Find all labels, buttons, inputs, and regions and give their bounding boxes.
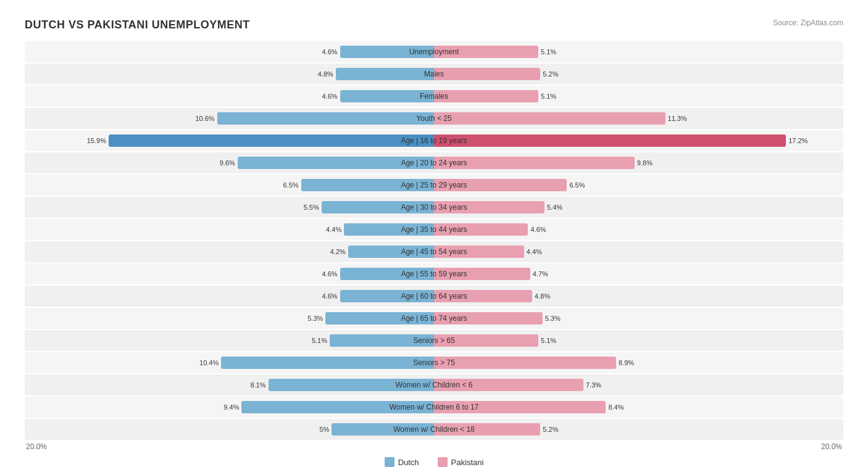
dutch-value: 6.5%: [283, 181, 298, 189]
dutch-bar: [340, 90, 434, 102]
pakistani-value: 4.4%: [527, 248, 542, 255]
pakistani-bar: [434, 201, 545, 213]
pakistani-bar: [434, 423, 540, 436]
dutch-value: 9.6%: [220, 159, 235, 167]
legend: Dutch Pakistani: [25, 457, 843, 467]
dutch-value: 5.3%: [307, 315, 323, 322]
pakistani-bar: [434, 223, 528, 236]
chart-area: 4.6%5.1%Unemployment4.8%5.2%Males4.6%5.1…: [25, 41, 843, 440]
bar-row: 9.4%8.4%Women w/ Children 6 to 17: [25, 397, 843, 418]
legend-dutch: Dutch: [385, 457, 419, 467]
pakistani-value: 4.8%: [535, 292, 550, 300]
bar-row: 5.5%5.4%Age | 30 to 34 years: [25, 197, 843, 218]
pakistani-bar: [434, 112, 666, 125]
bar-row: 6.5%6.5%Age | 25 to 29 years: [25, 175, 843, 196]
bar-row: 4.8%5.2%Males: [25, 64, 843, 85]
dutch-value: 4.6%: [322, 93, 337, 100]
dutch-value: 4.8%: [318, 70, 333, 78]
bar-row: 5%5.2%Women w/ Children < 18: [25, 419, 843, 440]
chart-container: DUTCH VS PAKISTANI UNEMPLOYMENT Source: …: [12, 12, 856, 467]
pakistani-value: 9.8%: [637, 159, 653, 167]
dutch-bar: [301, 179, 434, 191]
pakistani-value: 17.2%: [788, 137, 807, 144]
bar-row: 10.6%11.3%Youth < 25: [25, 108, 843, 129]
axis-left: 20.0%: [26, 442, 47, 451]
pakistani-bar: [434, 68, 540, 80]
bar-row: 5.3%5.3%Age | 65 to 74 years: [25, 308, 843, 329]
dutch-bar: [340, 46, 434, 58]
pakistani-bar: [434, 157, 635, 169]
pakistani-bar: [434, 46, 538, 58]
pakistani-value: 11.3%: [668, 115, 687, 122]
dutch-bar: [340, 268, 434, 280]
pakistani-bar: [434, 312, 543, 324]
pakistani-value: 8.9%: [619, 359, 634, 366]
dutch-bar: [332, 423, 434, 436]
pakistani-value: 5.3%: [545, 315, 561, 322]
bar-row: 4.6%4.7%Age | 55 to 59 years: [25, 263, 843, 284]
pakistani-value: 5.2%: [543, 70, 558, 78]
dutch-value: 4.6%: [322, 270, 337, 278]
dutch-bar: [221, 357, 434, 369]
dutch-bar: [238, 157, 434, 169]
pakistani-bar: [434, 401, 606, 413]
dutch-bar: [336, 68, 434, 80]
dutch-value: 5.5%: [304, 204, 319, 211]
pakistani-value: 5.2%: [543, 426, 558, 433]
bar-row: 8.1%7.3%Women w/ Children < 6: [25, 374, 843, 395]
pakistani-bar: [434, 179, 567, 191]
bar-row: 4.2%4.4%Age | 45 to 54 years: [25, 241, 843, 262]
dutch-bar: [348, 246, 434, 258]
dutch-bar: [269, 379, 435, 391]
pakistani-bar: [434, 290, 532, 302]
dutch-bar: [322, 201, 434, 213]
pakistani-value: 7.3%: [586, 381, 601, 389]
dutch-bar: [241, 401, 434, 413]
bar-row: 10.4%8.9%Seniors > 75: [25, 352, 843, 373]
chart-header: DUTCH VS PAKISTANI UNEMPLOYMENT Source: …: [25, 19, 843, 31]
pakistani-value: 8.4%: [608, 403, 624, 411]
dutch-bar: [109, 134, 434, 147]
pakistani-bar: [434, 357, 616, 369]
bar-row: 15.9%17.2%Age | 16 to 19 years: [25, 130, 843, 151]
dutch-value: 4.6%: [322, 48, 337, 56]
dutch-value: 15.9%: [87, 137, 106, 144]
dutch-value: 5.1%: [312, 337, 327, 344]
dutch-value: 4.4%: [326, 226, 341, 233]
pakistani-value: 5.1%: [541, 48, 556, 56]
dutch-legend-label: Dutch: [398, 458, 419, 467]
bar-row: 4.6%5.1%Females: [25, 86, 843, 107]
dutch-bar: [340, 290, 434, 302]
dutch-value: 10.4%: [199, 359, 219, 366]
dutch-bar: [344, 223, 434, 236]
dutch-value: 4.2%: [330, 248, 346, 255]
pakistani-value: 5.4%: [547, 204, 562, 211]
dutch-bar: [325, 312, 434, 324]
dutch-value: 4.6%: [322, 292, 337, 300]
dutch-value: 8.1%: [250, 381, 265, 389]
pakistani-legend-box: [438, 457, 448, 467]
pakistani-value: 5.1%: [541, 337, 556, 344]
legend-pakistani: Pakistani: [438, 457, 484, 467]
bar-row: 4.6%4.8%Age | 60 to 64 years: [25, 286, 843, 307]
pakistani-bar: [434, 379, 583, 391]
pakistani-legend-label: Pakistani: [451, 458, 484, 467]
bar-row: 4.6%5.1%Unemployment: [25, 41, 843, 62]
axis-labels: 20.0% 20.0%: [25, 442, 843, 451]
chart-title: DUTCH VS PAKISTANI UNEMPLOYMENT: [25, 19, 250, 31]
pakistani-bar: [434, 246, 524, 258]
pakistani-bar: [434, 334, 538, 347]
chart-source: Source: ZipAtlas.com: [773, 19, 843, 27]
pakistani-value: 4.6%: [530, 226, 546, 233]
bar-row: 4.4%4.6%Age | 35 to 44 years: [25, 219, 843, 240]
bar-row: 9.6%9.8%Age | 20 to 24 years: [25, 152, 843, 173]
dutch-value: 9.4%: [223, 403, 239, 411]
pakistani-value: 6.5%: [569, 181, 585, 189]
pakistani-bar: [434, 268, 530, 280]
pakistani-bar: [434, 134, 786, 147]
bar-row: 5.1%5.1%Seniors > 65: [25, 330, 843, 351]
dutch-legend-box: [385, 457, 394, 467]
pakistani-value: 5.1%: [541, 93, 556, 100]
pakistani-value: 4.7%: [533, 270, 548, 278]
dutch-value: 10.6%: [195, 115, 214, 122]
